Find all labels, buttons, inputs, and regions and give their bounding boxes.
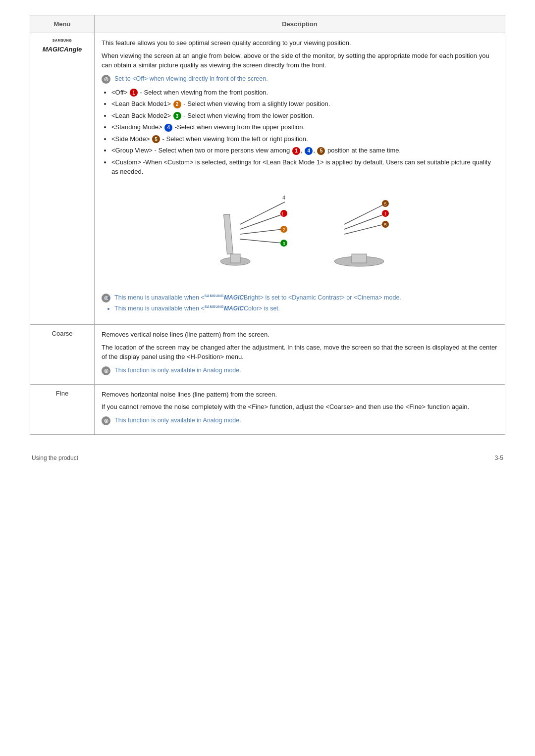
angle-diagram: 4 1 2 3 [102,185,498,285]
coarse-note-text: This function is only available in Analo… [114,366,241,375]
angle-note-set-off: ◎ Set to <Off> when viewing directly in … [102,74,498,84]
magic-inline2: MAGIC [224,305,244,312]
table-row-coarse: Coarse Removes vertical noise lines (lin… [30,325,505,385]
svg-rect-15 [352,254,367,263]
fine-note-box: ◎ This function is only available in Ana… [102,416,498,425]
footer-right: 3-5 [495,454,503,461]
menu-cell-coarse: Coarse [30,325,95,385]
svg-text:5: 5 [384,202,386,206]
list-item: <Standing Mode> 4 -Select when viewing f… [111,122,498,132]
desc-cell-coarse: Removes vertical noise lines (line patte… [95,325,505,385]
coarse-line1: Removes vertical noise lines (line patte… [102,330,498,340]
list-item: <Side Mode> 5 - Select when viewing from… [111,134,498,144]
circle-5: 5 [152,135,160,143]
samsung-brand-label: SAMSUNG [53,39,72,42]
coarse-line2: The location of the screen may be change… [102,343,498,362]
note-icon-fine: ◎ [102,416,110,425]
list-item: <Custom> -When <Custom> is selected, set… [111,157,498,177]
circle-3: 3 [173,112,181,120]
angle-diagram-svg: 4 1 2 3 [196,185,404,284]
list-item-note-color: This menu is unavailable when <SAMSUNGMA… [114,304,401,313]
circle-4: 4 [164,124,172,132]
samsung-brand-inline2: SAMSUNG [205,305,224,308]
angle-intro1: This feature allows you to see optimal s… [102,38,498,48]
svg-text:2: 2 [282,227,285,232]
circle-5b: 5 [317,147,325,155]
table-row-fine: Fine Removes horizontal noise lines (lin… [30,384,505,434]
coarse-note-box: ◎ This function is only available in Ana… [102,366,498,375]
fine-line1: Removes horizontal noise lines (line pat… [102,390,498,400]
col-header-desc: Description [95,15,505,33]
svg-text:5: 5 [384,222,386,227]
monitor-left: 4 1 2 3 [220,195,287,265]
menu-label-coarse: Coarse [52,330,73,337]
circle-2: 2 [173,101,181,108]
menu-cell-angle: SAMSUNG MAGICAngle [30,33,95,325]
svg-text:4: 4 [282,195,285,201]
list-item-note-bright: This menu is unavailable when <SAMSUNGMA… [114,293,401,302]
circle-1b: 1 [292,147,300,155]
svg-text:1: 1 [384,211,386,216]
angle-intro2: When viewing the screen at an angle from… [102,51,498,70]
angle-bullet-list: <Off> 1 - Select when viewing from the f… [111,88,498,177]
svg-line-16 [344,204,384,224]
main-table: Menu Description SAMSUNG MAGICAngle This… [30,15,505,435]
list-item: <Lean Back Mode2> 3 - Select when viewin… [111,111,498,121]
menu-label-angle: SAMSUNG MAGICAngle [37,38,87,53]
svg-line-22 [344,224,384,234]
table-row-angle: SAMSUNG MAGICAngle This feature allows y… [30,33,505,325]
circle-1: 1 [130,89,138,97]
svg-text:3: 3 [282,241,285,246]
menu-cell-fine: Fine [30,384,95,434]
menu-label-fine: Fine [56,390,68,397]
svg-line-8 [240,229,282,234]
note-icon-set-off: ◎ [102,75,110,84]
magic-inline1: MAGIC [224,294,244,301]
list-item: <Group View> - Select when two or more p… [111,146,498,155]
magic-angle-label: MAGICAngle [43,46,82,53]
angle-note-bright-wrapper: ◎ This menu is unavailable when <SAMSUNG… [102,293,498,316]
svg-line-5 [240,214,282,229]
list-item: <Off> 1 - Select when viewing from the f… [111,88,498,98]
list-item: <Lean Back Mode1> 2 - Select when viewin… [111,99,498,109]
svg-line-3 [240,202,285,224]
monitor-right: 5 1 5 [334,200,389,266]
note-text-set-off: Set to <Off> when viewing directly in fr… [114,74,268,84]
desc-cell-angle: This feature allows you to see optimal s… [95,33,505,325]
svg-text:1: 1 [281,211,283,216]
desc-cell-fine: Removes horizontal noise lines (line pat… [95,384,505,434]
svg-rect-2 [230,254,240,263]
svg-line-11 [240,239,282,243]
angle-sub-notes: This menu is unavailable when <SAMSUNGMA… [114,293,401,314]
angle-note-bright-content: This menu is unavailable when <SAMSUNGMA… [114,293,401,316]
fine-line2: If you cannot remove the noise completel… [102,402,498,412]
samsung-brand-inline1: SAMSUNG [205,294,224,297]
fine-note-text: This function is only available in Analo… [114,416,241,425]
col-header-menu: Menu [30,15,95,33]
note-icon-coarse: ◎ [102,366,110,375]
circle-4b: 4 [305,147,313,155]
svg-rect-0 [224,214,233,254]
footer-left: Using the product [32,454,78,461]
page-footer: Using the product 3-5 [30,454,505,461]
svg-line-19 [344,214,384,229]
